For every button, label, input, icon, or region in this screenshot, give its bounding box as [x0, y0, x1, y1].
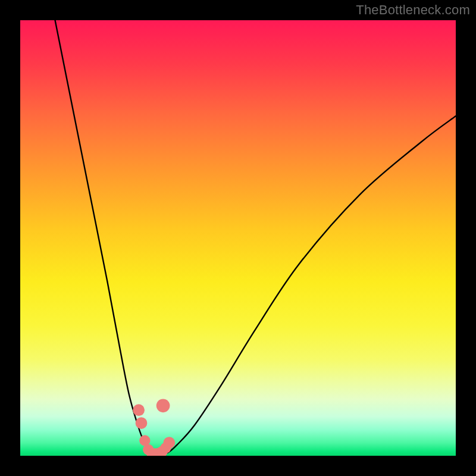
chart-frame: TheBottleneck.com: [0, 0, 476, 476]
watermark-text: TheBottleneck.com: [356, 2, 470, 18]
marker-point: [163, 437, 175, 449]
bottleneck-curve: [55, 20, 456, 455]
curve-svg: [20, 20, 456, 456]
marker-point: [133, 404, 145, 416]
highlight-points: [133, 399, 175, 456]
marker-point: [156, 399, 170, 412]
marker-point: [136, 417, 148, 429]
plot-area: [20, 20, 456, 456]
